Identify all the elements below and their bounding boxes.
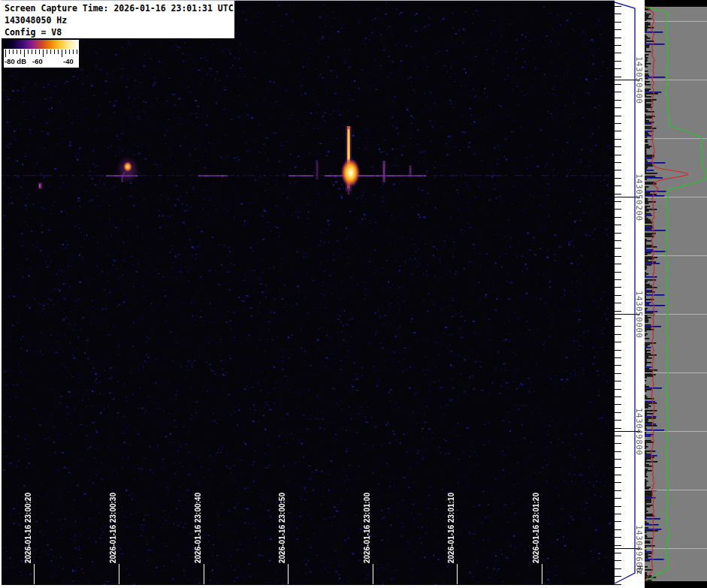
- time-tick-label: 2026-01-16 23:00:30: [109, 493, 117, 563]
- frequency-tick-label: 143050000: [634, 291, 644, 338]
- frame-border-bottom: [0, 585, 615, 588]
- spectrum-side-panel: [645, 0, 707, 588]
- waterfall-display: [0, 0, 615, 588]
- time-tick-label: 2026-01-16 23:01:20: [532, 493, 540, 563]
- time-tick-mark: [373, 564, 373, 584]
- time-tick-mark: [119, 564, 119, 584]
- time-tick-label: 2026-01-16 23:00:20: [24, 493, 32, 563]
- legend-label-max: -40: [63, 57, 74, 65]
- time-tick-mark: [204, 564, 204, 584]
- time-tick-mark: [34, 564, 35, 584]
- config-text: Config = V8: [5, 26, 234, 38]
- time-tick-label: 2026-01-16 23:00:50: [278, 493, 286, 563]
- legend-label-min: -80 dB: [5, 57, 26, 65]
- frequency-unit-label: Hz: [636, 565, 644, 574]
- time-tick-label: 2026-01-16 23:00:40: [194, 493, 202, 563]
- capture-info-box: Screen Capture Time: 2026-01-16 23:01:31…: [2, 1, 234, 38]
- time-tick-label: 2026-01-16 23:01:00: [363, 493, 371, 563]
- color-gradient-bar: [4, 40, 79, 49]
- capture-time-text: Screen Capture Time: 2026-01-16 23:01:31…: [5, 2, 234, 14]
- time-tick-label: 2026-01-16 23:01:10: [447, 493, 455, 563]
- color-scale-legend: -80 dB -60 -40: [4, 40, 79, 68]
- frequency-tick-label: 143049800: [634, 408, 644, 455]
- receiver-frequency-text: 143048050 Hz: [5, 14, 234, 26]
- frequency-tick-label: 143050200: [634, 173, 644, 221]
- legend-tick-strip: -80 dB -60 -40: [4, 49, 79, 68]
- time-tick-mark: [542, 564, 542, 584]
- frame-border-left: [0, 0, 2, 588]
- time-tick-mark: [457, 564, 458, 584]
- legend-tick-ruler: [5, 50, 78, 57]
- spectrogram-app-screen: Screen Capture Time: 2026-01-16 23:01:31…: [0, 0, 707, 588]
- frequency-tick-label: 143050400: [634, 56, 644, 104]
- time-tick-mark: [288, 564, 289, 584]
- legend-label-mid: -60: [32, 57, 43, 65]
